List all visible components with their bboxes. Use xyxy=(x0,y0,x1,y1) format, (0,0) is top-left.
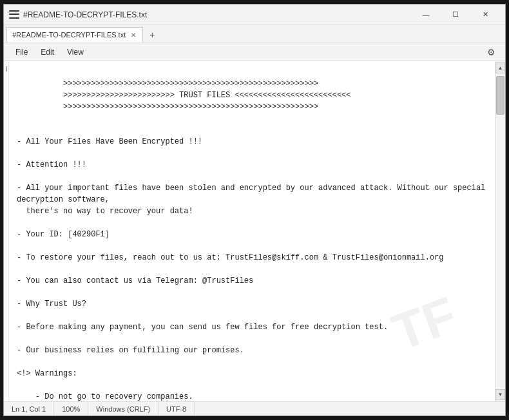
content-text: >>>>>>>>>>>>>>>>>>>>>>>>>>>>>>>>>>>>>>>>… xyxy=(17,79,490,401)
new-tab-button[interactable]: + xyxy=(144,27,160,43)
title-bar: #README-TO-DECRYPT-FILES.txt — ☐ ✕ xyxy=(4,5,505,25)
close-button[interactable]: ✕ xyxy=(470,5,500,25)
scrollbar-thumb[interactable] xyxy=(496,76,504,115)
tab-close-icon[interactable]: ✕ xyxy=(130,31,137,39)
status-bar: Ln 1, Col 1 100% Windows (CRLF) UTF-8 xyxy=(4,401,505,415)
line-indicator xyxy=(4,61,9,401)
maximize-button[interactable]: ☐ xyxy=(441,5,470,25)
scroll-down-button[interactable]: ▼ xyxy=(495,389,505,400)
minimize-button[interactable]: — xyxy=(411,5,441,25)
menu-view[interactable]: View xyxy=(61,45,90,59)
settings-icon[interactable]: ⚙ xyxy=(482,44,500,60)
line-ending: Windows (CRLF) xyxy=(88,402,158,415)
menu-bar: File Edit View ⚙ xyxy=(4,43,505,61)
tab-readme[interactable]: #README-TO-DECRYPT-FILES.txt ✕ xyxy=(6,27,143,43)
menu-edit[interactable]: Edit xyxy=(34,45,61,59)
window-controls: — ☐ ✕ xyxy=(411,5,500,25)
app-icon xyxy=(9,10,19,20)
zoom-level: 100% xyxy=(54,402,88,415)
scroll-up-button[interactable]: ▲ xyxy=(495,62,505,73)
tab-label: #README-TO-DECRYPT-FILES.txt xyxy=(12,31,126,39)
vertical-scrollbar[interactable]: ▲ ▼ xyxy=(495,61,505,401)
scrollbar-track[interactable] xyxy=(495,73,505,389)
editor-area: >>>>>>>>>>>>>>>>>>>>>>>>>>>>>>>>>>>>>>>>… xyxy=(4,61,505,401)
main-window: #README-TO-DECRYPT-FILES.txt — ☐ ✕ #READ… xyxy=(3,4,506,416)
encoding: UTF-8 xyxy=(158,402,195,415)
window-title: #README-TO-DECRYPT-FILES.txt xyxy=(23,10,411,19)
watermark: TF xyxy=(387,289,463,359)
cursor-position: Ln 1, Col 1 xyxy=(12,402,54,415)
text-content[interactable]: >>>>>>>>>>>>>>>>>>>>>>>>>>>>>>>>>>>>>>>>… xyxy=(9,61,495,401)
tab-bar: #README-TO-DECRYPT-FILES.txt ✕ + xyxy=(4,25,505,43)
menu-file[interactable]: File xyxy=(9,45,34,59)
